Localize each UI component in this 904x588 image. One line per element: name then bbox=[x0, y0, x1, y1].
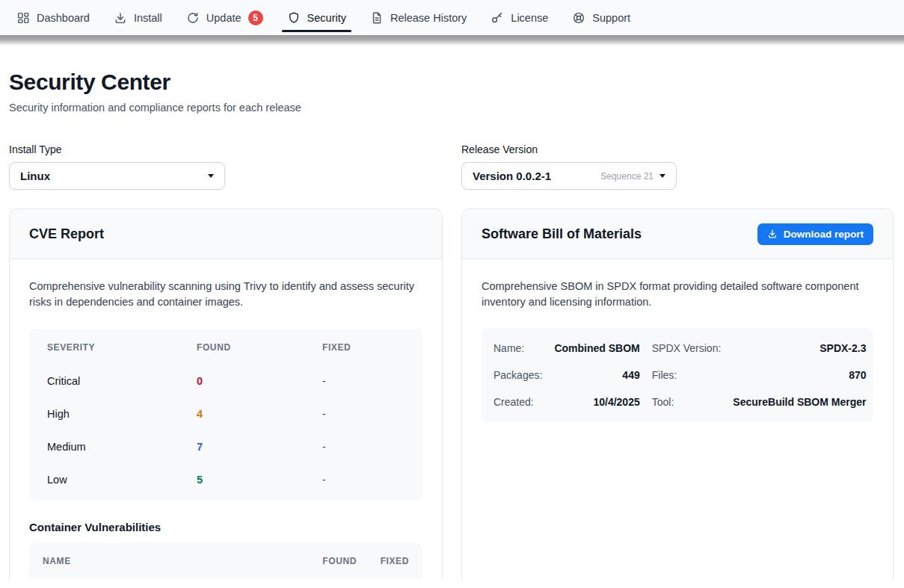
nav-item-label: Dashboard bbox=[37, 12, 90, 24]
document-icon bbox=[370, 11, 384, 25]
nav-item-label: Install bbox=[134, 12, 162, 24]
fixed-count: - bbox=[322, 441, 405, 453]
nav-shadow-divider bbox=[0, 35, 904, 46]
found-count: 4 bbox=[197, 408, 322, 420]
page-title: Security Center bbox=[9, 69, 894, 95]
table-row-medium: Medium 7 - bbox=[29, 430, 422, 463]
sbom-spdx-version-label: SPDX Version: bbox=[652, 342, 722, 354]
table-row-high: High 4 - bbox=[29, 397, 422, 430]
column-header-severity: SEVERITY bbox=[47, 342, 197, 353]
column-header-found: FOUND bbox=[197, 342, 322, 353]
install-type-label: Install Type bbox=[9, 143, 443, 155]
severity-label: High bbox=[47, 408, 197, 420]
release-sequence-label: Sequence 21 bbox=[600, 171, 654, 182]
nav-item-label: Security bbox=[307, 12, 346, 24]
sbom-files-value: 870 bbox=[733, 369, 866, 381]
nav-item-security[interactable]: Security bbox=[275, 0, 358, 35]
sbom-tool-label: Tool: bbox=[652, 396, 722, 408]
nav-item-label: Update bbox=[206, 12, 242, 24]
found-count: 5 bbox=[197, 474, 322, 486]
nav-item-release-history[interactable]: Release History bbox=[358, 0, 479, 35]
lifebuoy-icon bbox=[572, 11, 585, 25]
nav-item-label: License bbox=[511, 12, 548, 24]
table-row-critical: Critical 0 - bbox=[29, 365, 422, 397]
install-type-select[interactable]: Linux bbox=[9, 162, 225, 190]
cve-report-card-body: Comprehensive vulnerability scanning usi… bbox=[10, 259, 442, 580]
chevron-down-icon bbox=[659, 174, 665, 178]
sbom-card-header: Software Bill of Materials Download repo… bbox=[462, 209, 893, 259]
sbom-name-value: Combined SBOM bbox=[554, 342, 639, 354]
found-count: 7 bbox=[197, 441, 322, 453]
fixed-count: - bbox=[322, 408, 405, 420]
cve-report-card-header: CVE Report bbox=[10, 209, 442, 259]
nav-item-license[interactable]: License bbox=[479, 0, 560, 35]
container-vulnerabilities-title: Container Vulnerabilities bbox=[29, 521, 422, 533]
nav-item-label: Support bbox=[592, 12, 630, 24]
sbom-spdx-version-value: SPDX-2.3 bbox=[733, 342, 866, 354]
severity-label: Low bbox=[47, 474, 197, 486]
sbom-card-body: Comprehensive SBOM in SPDX format provid… bbox=[462, 259, 893, 442]
sbom-description: Comprehensive SBOM in SPDX format provid… bbox=[482, 279, 873, 310]
cve-report-description: Comprehensive vulnerability scanning usi… bbox=[29, 279, 422, 310]
found-count: 0 bbox=[197, 375, 322, 387]
table-row-low: Low 5 - bbox=[29, 463, 422, 496]
install-type-filter: Install Type Linux bbox=[9, 143, 443, 190]
install-type-value: Linux bbox=[20, 170, 50, 182]
update-count-badge: 5 bbox=[248, 10, 263, 25]
sbom-title: Software Bill of Materials bbox=[482, 226, 642, 242]
column-header-name: NAME bbox=[43, 556, 301, 566]
column-header-found: FOUND bbox=[301, 556, 357, 566]
main-content: Security Center Security information and… bbox=[0, 69, 904, 580]
chevron-down-icon bbox=[208, 174, 214, 178]
release-version-value: Version 0.0.2-1 bbox=[473, 170, 551, 182]
fixed-count: - bbox=[322, 375, 405, 387]
cve-report-title: CVE Report bbox=[29, 226, 104, 242]
filters-row: Install Type Linux Release Version Versi… bbox=[9, 143, 894, 190]
sbom-card: Software Bill of Materials Download repo… bbox=[461, 208, 894, 580]
download-report-label: Download report bbox=[784, 229, 864, 240]
page-subtitle: Security information and compliance repo… bbox=[9, 102, 894, 114]
severity-label: Medium bbox=[47, 441, 197, 453]
cve-report-card: CVE Report Comprehensive vulnerability s… bbox=[9, 208, 443, 580]
sbom-info-grid: Name: Combined SBOM SPDX Version: SPDX-2… bbox=[482, 328, 873, 422]
severity-table: SEVERITY FOUND FIXED Critical 0 - High 4… bbox=[29, 329, 422, 501]
refresh-icon bbox=[186, 11, 200, 25]
sbom-packages-label: Packages: bbox=[493, 369, 542, 381]
cards-row: CVE Report Comprehensive vulnerability s… bbox=[9, 208, 894, 580]
nav-item-dashboard[interactable]: Dashboard bbox=[4, 0, 102, 35]
nav-item-install[interactable]: Install bbox=[102, 0, 174, 35]
nav-item-label: Release History bbox=[390, 12, 467, 24]
severity-label: Critical bbox=[47, 375, 197, 387]
sbom-packages-value: 449 bbox=[554, 369, 639, 381]
sbom-name-label: Name: bbox=[493, 342, 542, 354]
download-icon bbox=[114, 11, 127, 25]
download-icon bbox=[767, 229, 778, 239]
sbom-created-label: Created: bbox=[493, 396, 542, 408]
release-version-select[interactable]: Version 0.0.2-1 Sequence 21 bbox=[461, 162, 677, 190]
sbom-files-label: Files: bbox=[652, 369, 722, 381]
column-header-fixed: FIXED bbox=[322, 342, 405, 353]
fixed-count: - bbox=[322, 474, 405, 486]
dashboard-icon bbox=[16, 11, 30, 25]
sbom-created-value: 10/4/2025 bbox=[554, 396, 639, 408]
container-table-header: NAME FOUND FIXED bbox=[29, 543, 422, 578]
release-version-filter: Release Version Version 0.0.2-1 Sequence… bbox=[461, 143, 894, 190]
sbom-tool-value: SecureBuild SBOM Merger bbox=[733, 396, 866, 408]
severity-table-header: SEVERITY FOUND FIXED bbox=[29, 329, 422, 365]
column-header-fixed: FIXED bbox=[357, 556, 409, 566]
key-icon bbox=[491, 11, 504, 25]
download-report-button[interactable]: Download report bbox=[757, 223, 873, 245]
nav-item-update[interactable]: Update 5 bbox=[174, 0, 275, 35]
top-nav: Dashboard Install Update 5 Security Rele… bbox=[0, 0, 904, 35]
release-version-label: Release Version bbox=[461, 143, 894, 155]
shield-icon bbox=[287, 11, 301, 25]
nav-item-support[interactable]: Support bbox=[560, 0, 642, 35]
